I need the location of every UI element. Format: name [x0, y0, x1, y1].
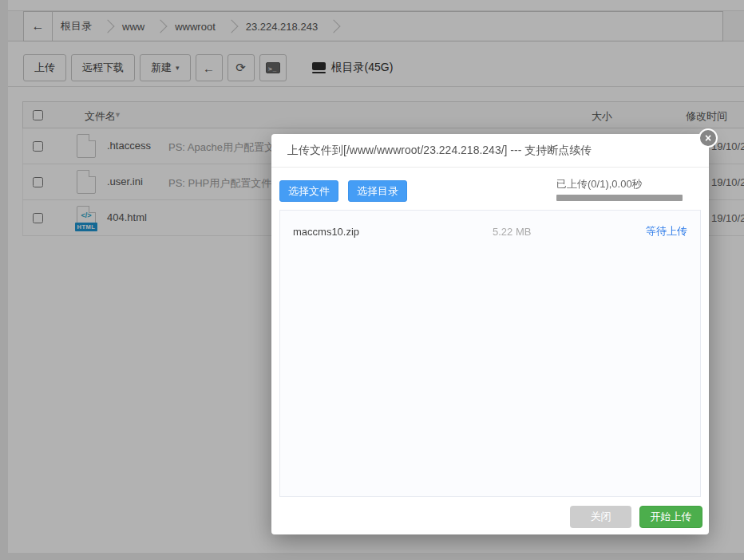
upload-file-name: maccms10.zip [293, 226, 493, 238]
progress-bar [556, 195, 683, 201]
dialog-title: 上传文件到[/www/wwwroot/23.224.218.243/] --- … [271, 134, 709, 168]
start-upload-button[interactable]: 开始上传 [639, 506, 702, 528]
progress-text: 已上传(0/1),0.00秒 [556, 177, 683, 191]
close-icon: × [705, 132, 711, 144]
upload-file-status: 等待上传 [646, 224, 687, 239]
dialog-toolbar: 选择文件 选择目录 已上传(0/1),0.00秒 [271, 168, 709, 210]
upload-file-row: maccms10.zip 5.22 MB 等待上传 [280, 211, 700, 252]
choose-file-button[interactable]: 选择文件 [279, 180, 338, 202]
close-dialog-button[interactable]: × [698, 128, 718, 148]
upload-progress: 已上传(0/1),0.00秒 [556, 177, 683, 201]
upload-file-list: maccms10.zip 5.22 MB 等待上传 [279, 210, 701, 497]
dialog-footer: 关闭 开始上传 [570, 506, 702, 528]
upload-dialog: × 上传文件到[/www/wwwroot/23.224.218.243/] --… [271, 134, 709, 534]
choose-dir-button[interactable]: 选择目录 [348, 180, 407, 202]
upload-file-size: 5.22 MB [493, 226, 531, 238]
close-button[interactable]: 关闭 [570, 506, 631, 528]
